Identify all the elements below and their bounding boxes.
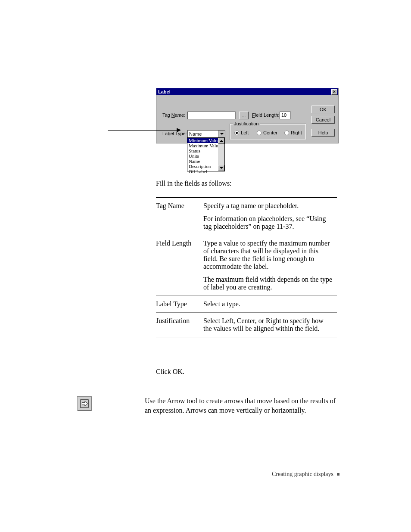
- dialog-body: Tag Name: ... Field Length: 10 Label Typ…: [156, 95, 338, 143]
- arrow-text: Use the Arrow tool to create arrows that…: [145, 396, 343, 416]
- arrow-tool-icon: [77, 396, 92, 411]
- field-desc: Type a value to specify the maximum numb…: [203, 235, 337, 296]
- click-ok-text: Click OK.: [156, 367, 184, 376]
- page-footer: Creating graphic displays: [0, 471, 339, 478]
- intro-text: Fill in the fields as follows:: [156, 179, 232, 188]
- scroll-up-button[interactable]: [218, 138, 224, 144]
- dropdown-scrollbar[interactable]: [218, 138, 224, 171]
- field-name: Justification: [156, 313, 203, 337]
- browse-button[interactable]: ...: [239, 112, 249, 119]
- table-row: Label Type Select a type.: [156, 296, 337, 313]
- chevron-down-icon: [220, 167, 223, 169]
- chevron-down-icon: [220, 133, 224, 135]
- table-row: Field Length Type a value to specify the…: [156, 235, 337, 296]
- justify-center-radio[interactable]: Center: [257, 130, 277, 135]
- field-desc: Select Left, Center, or Right to specify…: [203, 313, 337, 337]
- field-desc: Select a type.: [203, 296, 337, 313]
- field-table: Tag Name Specify a tag name or placehold…: [156, 197, 337, 337]
- dialog-titlebar: Label ✕: [156, 88, 338, 95]
- chevron-up-icon: [220, 140, 223, 142]
- field-name: Tag Name: [156, 198, 203, 235]
- table-row: Justification Select Left, Center, or Ri…: [156, 313, 337, 337]
- label-type-combo[interactable]: Name: [187, 130, 225, 138]
- tag-name-label: Tag Name:: [162, 112, 185, 118]
- justify-right-radio[interactable]: Right: [284, 130, 302, 135]
- justification-legend: Justification: [233, 121, 260, 126]
- label-type-value: Name: [189, 131, 202, 137]
- label-dialog: Label ✕ Tag Name: ... Field Length: 10 L…: [156, 88, 339, 143]
- field-length-label: Field Length:: [252, 112, 280, 118]
- table-row: Tag Name Specify a tag name or placehold…: [156, 198, 337, 235]
- cancel-button[interactable]: Cancel: [311, 116, 335, 124]
- arrow-right-icon: [177, 128, 181, 132]
- footer-bullet-icon: [337, 473, 339, 476]
- arrow-icon: [80, 399, 89, 408]
- radio-icon: [284, 131, 289, 135]
- dialog-title: Label: [158, 89, 171, 94]
- field-desc: Specify a tag name or placeholder. For i…: [203, 198, 337, 235]
- field-name: Field Length: [156, 235, 203, 296]
- close-button[interactable]: ✕: [331, 89, 337, 95]
- close-icon: ✕: [333, 90, 336, 94]
- help-button[interactable]: Help: [311, 129, 335, 137]
- justify-left-radio[interactable]: Left: [234, 130, 249, 135]
- tag-name-input[interactable]: [187, 112, 236, 119]
- combo-dropdown-button[interactable]: [218, 131, 225, 137]
- field-name: Label Type: [156, 296, 203, 313]
- justification-group: Justification Left Center Right: [230, 124, 306, 140]
- label-type-dropdown[interactable]: Minimum Value Maximum Value Status Units…: [187, 137, 225, 171]
- radio-icon: [234, 131, 239, 135]
- radio-icon: [257, 131, 262, 135]
- scroll-down-button[interactable]: [218, 165, 224, 171]
- callout-arrow: [108, 127, 181, 134]
- field-length-input[interactable]: 10: [280, 112, 291, 119]
- footer-text: Creating graphic displays: [272, 471, 333, 478]
- ok-button[interactable]: OK: [311, 106, 335, 113]
